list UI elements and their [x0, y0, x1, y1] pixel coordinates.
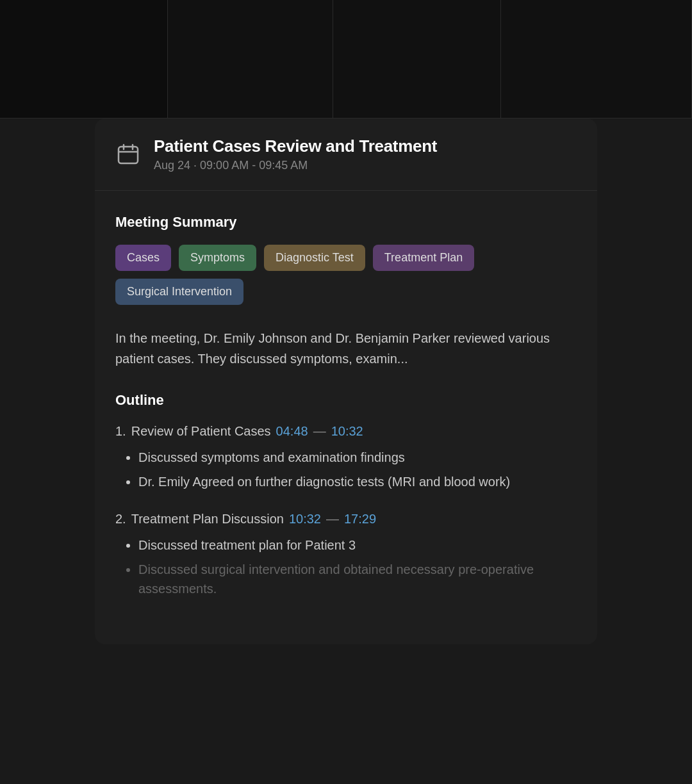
meeting-summary-section: Meeting Summary Cases Symptoms Diagnosti… [115, 214, 577, 369]
summary-text: In the meeting, Dr. Emily Johnson and Dr… [115, 328, 577, 369]
bullet-2-1: Discussed treatment plan for Patient 3 [138, 535, 577, 555]
outline-item-1-number: 1. [115, 424, 126, 439]
tag-cases[interactable]: Cases [115, 245, 171, 271]
outline-item-2-time-start[interactable]: 10:32 [289, 512, 321, 527]
grid-cell-1 [0, 0, 168, 118]
meeting-title: Patient Cases Review and Treatment [154, 136, 437, 156]
tag-symptoms[interactable]: Symptoms [179, 245, 256, 271]
main-panel: Patient Cases Review and Treatment Aug 2… [95, 118, 597, 644]
tags-container: Cases Symptoms Diagnostic Test Treatment… [115, 245, 577, 305]
outline-item-1: 1. Review of Patient Cases 04:48 — 10:32… [115, 424, 577, 491]
calendar-icon [115, 142, 141, 167]
meeting-summary-title: Meeting Summary [115, 214, 577, 231]
outline-title: Outline [115, 392, 577, 409]
outline-item-1-time-end[interactable]: 10:32 [331, 424, 363, 439]
grid-cell-4 [501, 0, 692, 118]
tag-treatment[interactable]: Treatment Plan [373, 245, 474, 271]
outline-item-2-header: 2. Treatment Plan Discussion 10:32 — 17:… [115, 512, 577, 527]
bullet-1-2: Dr. Emily Agreed on further diagnostic t… [138, 472, 577, 491]
outline-item-1-time-start[interactable]: 04:48 [276, 424, 308, 439]
bullet-1-1: Discussed symptoms and examination findi… [138, 448, 577, 467]
svg-rect-0 [119, 147, 138, 163]
bullet-2-2: Discussed surgical intervention and obta… [138, 560, 577, 598]
top-grid [0, 0, 692, 118]
outline-item-1-bullets: Discussed symptoms and examination findi… [115, 448, 577, 491]
tag-diagnostic[interactable]: Diagnostic Test [264, 245, 365, 271]
outline-item-2: 2. Treatment Plan Discussion 10:32 — 17:… [115, 512, 577, 598]
outline-item-2-title: Treatment Plan Discussion [131, 512, 284, 527]
meeting-time: Aug 24 · 09:00 AM - 09:45 AM [154, 159, 437, 172]
grid-cell-2 [168, 0, 333, 118]
panel-header: Patient Cases Review and Treatment Aug 2… [95, 118, 597, 191]
outline-item-1-header: 1. Review of Patient Cases 04:48 — 10:32 [115, 424, 577, 439]
outline-item-2-time-end[interactable]: 17:29 [344, 512, 376, 527]
outline-item-1-title: Review of Patient Cases [131, 424, 271, 439]
outline-item-2-bullets: Discussed treatment plan for Patient 3 D… [115, 535, 577, 598]
tag-surgical[interactable]: Surgical Intervention [115, 279, 243, 305]
header-text: Patient Cases Review and Treatment Aug 2… [154, 136, 437, 172]
grid-cell-3 [333, 0, 501, 118]
panel-content: Meeting Summary Cases Symptoms Diagnosti… [95, 191, 597, 644]
outline-item-2-number: 2. [115, 512, 126, 527]
outline-section: Outline 1. Review of Patient Cases 04:48… [115, 392, 577, 598]
